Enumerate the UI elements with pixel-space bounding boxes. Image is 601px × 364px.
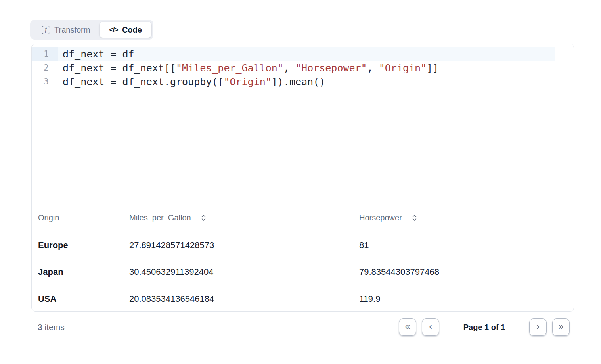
app-window: f Transform </> Code 1 df_next = df 2 df… [0,0,601,364]
pagination: « ‹ Page 1 of 1 › » [399,318,570,336]
code-brackets-icon: </> [109,26,118,33]
line-number: 3 [32,75,58,89]
tab-transform-label: Transform [54,25,90,34]
code-token: ]] [427,62,438,74]
double-chevron-right-icon: » [559,322,564,331]
cell-origin: Europe [32,240,123,251]
code-line[interactable]: 1 df_next = df [32,47,555,61]
cell-miles-per-gallon: 30.450632911392404 [123,267,353,277]
column-header-label: Origin [38,213,59,222]
string-token: "Origin" [379,62,427,74]
code-token: ]).mean() [272,76,325,88]
tab-transform[interactable]: f Transform [32,22,100,38]
table-row: Japan 30.450632911392404 79.835443037974… [32,259,574,285]
table-row: Europe 27.891428571428573 81 [32,232,574,259]
string-token: "Miles_per_Gallon" [176,62,283,74]
line-number: 1 [32,47,58,61]
code-token: df_next = df_next.groupby([ [63,76,224,88]
code-token: , [283,62,295,74]
code-token: df_next = df [63,48,134,60]
view-mode-tabs: f Transform </> Code [30,20,153,40]
next-page-button[interactable]: › [529,318,547,336]
code-token: df_next = df_next[[ [63,62,176,74]
string-token: "Horsepower" [295,62,367,74]
string-token: "Origin" [224,76,271,88]
cell-horsepower: 81 [353,240,574,251]
chevron-right-icon: › [536,322,540,331]
sort-chevrons-icon[interactable] [201,214,207,222]
cell-horsepower: 119.9 [353,294,574,304]
table-row: USA 20.083534136546184 119.9 [32,285,574,312]
cell-origin: Japan [32,267,123,277]
column-header-miles-per-gallon[interactable]: Miles_per_Gallon [123,213,353,222]
cell-miles-per-gallon: 20.083534136546184 [123,294,353,304]
last-page-button[interactable]: » [552,318,570,336]
code-line-text: df_next = df_next[["Miles_per_Gallon", "… [58,61,438,75]
code-editor[interactable]: 1 df_next = df 2 df_next = df_next[["Mil… [32,44,574,203]
code-and-table-panel: 1 df_next = df 2 df_next = df_next[["Mil… [31,44,574,312]
table-footer: 3 items « ‹ Page 1 of 1 › » [31,318,574,336]
code-token: , [367,62,379,74]
function-icon: f [42,26,50,34]
column-header-origin: Origin [32,213,123,222]
column-header-horsepower[interactable]: Horsepower [353,213,574,222]
code-line[interactable]: 3 df_next = df_next.groupby(["Origin"]).… [32,75,555,89]
code-line[interactable]: 2 df_next = df_next[["Miles_per_Gallon",… [32,61,555,75]
column-header-label: Miles_per_Gallon [129,213,191,222]
column-header-label: Horsepower [359,213,402,222]
double-chevron-left-icon: « [405,322,410,331]
gutter-divider [58,47,58,98]
chevron-left-icon: ‹ [429,322,432,331]
tab-code[interactable]: </> Code [100,22,151,38]
page-indicator: Page 1 of 1 [439,323,529,332]
code-line-text: df_next = df [58,47,134,61]
cell-origin: USA [32,294,123,304]
first-page-button[interactable]: « [399,318,416,336]
cell-miles-per-gallon: 27.891428571428573 [123,240,353,251]
line-number: 2 [32,61,58,75]
items-count: 3 items [38,322,65,332]
prev-page-button[interactable]: ‹ [422,318,439,336]
sort-chevrons-icon[interactable] [412,214,417,222]
cell-horsepower: 79.83544303797468 [353,267,574,277]
tab-code-label: Code [122,25,142,34]
code-line-text: df_next = df_next.groupby(["Origin"]).me… [58,75,325,89]
table-header-row: Origin Miles_per_Gallon Horsepower [32,203,574,232]
